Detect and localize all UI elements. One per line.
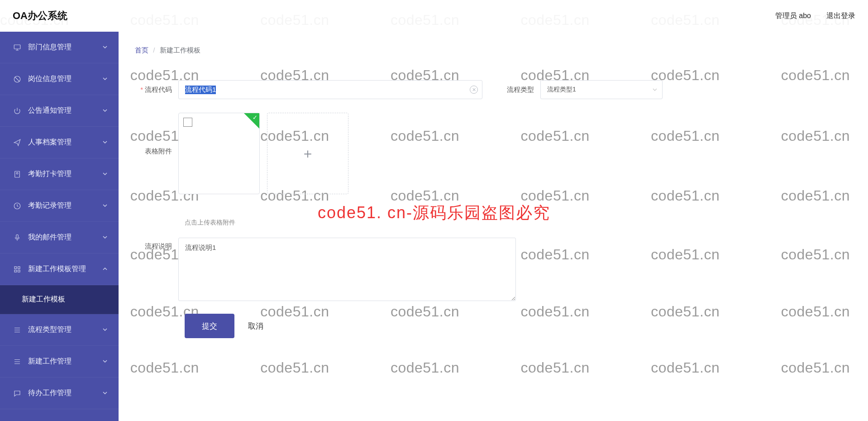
upload-area: ＋ [178,113,348,194]
type-label: 流程类型 [507,86,534,94]
user-icon [13,170,22,179]
brand-title: OA办公系统 [13,9,67,23]
desc-textarea[interactable]: 流程说明1 [178,238,516,301]
send-icon [13,138,22,147]
sidebar-item-label: 考勤记录管理 [28,201,102,210]
breadcrumb-sep: / [153,46,155,54]
sidebar-item-label: 待办工作管理 [28,388,102,398]
svg-point-3 [16,172,18,174]
sidebar-item-8[interactable]: 流程类型管理 [0,314,119,346]
upload-add-button[interactable]: ＋ [267,113,348,194]
type-field: 流程类型 流程类型1 [507,80,663,99]
chevron-down-icon [102,203,109,209]
upload-thumbnail[interactable] [178,113,260,194]
upload-hint: 点击上传表格附件 [185,219,852,227]
cancel-button[interactable]: 取消 [248,321,263,331]
breadcrumb: 首页 / 新建工作模板 [135,46,852,55]
button-row: 提交 取消 [185,314,852,338]
sidebar-item-3[interactable]: 人事档案管理 [0,127,119,158]
attachment-label: 表格附件 [135,113,178,156]
submit-button[interactable]: 提交 [185,314,234,338]
list-icon [13,325,22,335]
sidebar-item-5[interactable]: 考勤记录管理 [0,190,119,222]
chevron-down-icon [652,87,658,92]
chevron-up-icon [102,266,109,273]
sidebar-item-label: 新建工作管理 [28,357,102,366]
power-icon [13,106,22,115]
main-content: 首页 / 新建工作模板 *流程代码 ✕ 流程类型 流程类型1 [119,32,868,421]
header-right: 管理员 abo 退出登录 [775,11,855,21]
svg-rect-7 [18,267,20,269]
form-row-code: *流程代码 ✕ 流程类型 流程类型1 [135,80,852,99]
sidebar-item-label: 人事档案管理 [28,138,102,147]
type-select[interactable]: 流程类型1 [540,80,663,99]
upload-success-icon [244,113,259,129]
sidebar-item-7[interactable]: 新建工作模板管理 [0,254,119,285]
chevron-down-icon [102,76,109,82]
app-root: code51.cncode51.cncode51.cncode51.cncode… [0,0,868,421]
ban-icon [13,75,22,84]
monitor-icon [13,43,22,52]
sidebar-item-label: 岗位信息管理 [28,74,102,84]
svg-rect-9 [18,270,20,272]
code-input[interactable] [178,80,482,99]
sidebar-item-1[interactable]: 岗位信息管理 [0,63,119,95]
chevron-down-icon [102,327,109,333]
svg-rect-5 [16,234,19,238]
sidebar-item-0[interactable]: 部门信息管理 [0,32,119,63]
breadcrumb-current: 新建工作模板 [160,46,200,54]
list-icon [13,357,22,366]
chevron-down-icon [102,390,109,397]
sidebar-item-label: 考勤打卡管理 [28,169,102,179]
chevron-down-icon [102,359,109,365]
sidebar-item-label: 我的邮件管理 [28,233,102,242]
sidebar-item-6[interactable]: 我的邮件管理 [0,222,119,254]
sidebar-item-4[interactable]: 考勤打卡管理 [0,158,119,190]
svg-rect-0 [14,45,20,49]
grid-icon [13,265,22,274]
desc-label: 流程说明 [135,238,178,251]
svg-rect-6 [14,267,17,269]
form-row-attachment: 表格附件 ＋ [135,113,852,194]
code-input-wrap: ✕ [178,80,482,99]
clock-icon [13,201,22,210]
chevron-down-icon [102,108,109,114]
logout-link[interactable]: 退出登录 [826,11,855,21]
sidebar-item-10[interactable]: 待办工作管理 [0,378,119,409]
sidebar-item-label: 公告通知管理 [28,106,102,115]
chevron-down-icon [102,171,109,177]
mic-icon [13,233,22,242]
form-row-desc: 流程说明 流程说明1 [135,238,852,301]
sidebar-item-label: 新建工作模板管理 [28,264,102,274]
sidebar-item-label: 流程类型管理 [28,325,102,335]
user-label[interactable]: 管理员 abo [775,11,811,21]
sidebar-item-2[interactable]: 公告通知管理 [0,95,119,127]
svg-rect-8 [14,270,17,272]
chat-icon [13,389,22,398]
chevron-down-icon [102,44,109,51]
code-label: *流程代码 [135,86,178,94]
type-value: 流程类型1 [547,86,576,94]
sidebar-item-label: 部门信息管理 [28,43,102,52]
sidebar-item-9[interactable]: 新建工作管理 [0,346,119,378]
chevron-down-icon [102,234,109,241]
header: OA办公系统 管理员 abo 退出登录 [0,0,868,32]
breadcrumb-home[interactable]: 首页 [135,46,148,54]
chevron-down-icon [102,139,109,146]
clear-icon[interactable]: ✕ [470,86,478,94]
sidebar: 部门信息管理岗位信息管理公告通知管理人事档案管理考勤打卡管理考勤记录管理我的邮件… [0,32,119,421]
plus-icon: ＋ [301,144,315,163]
sidebar-subitem-7-0[interactable]: 新建工作模板 [0,285,119,314]
broken-image-icon [183,118,192,127]
